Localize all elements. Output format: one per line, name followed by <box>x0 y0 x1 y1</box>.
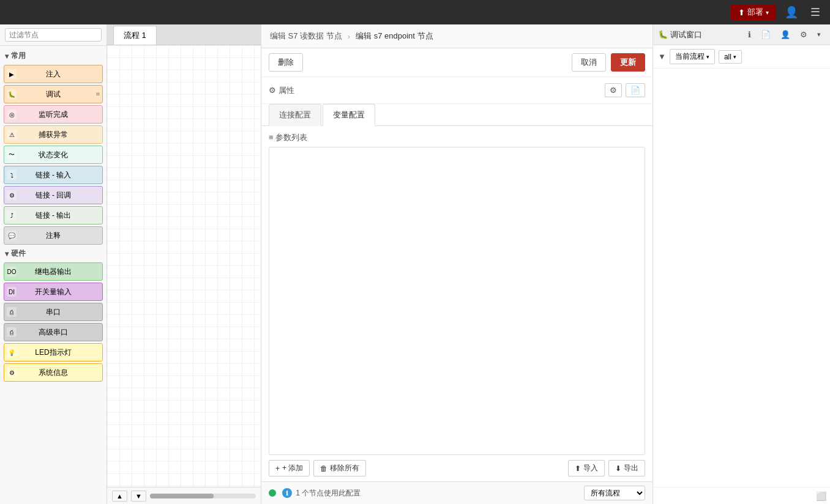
debug-toolbar-icons: ℹ 📄 👤 ⚙ ▾ <box>744 28 825 42</box>
debug-all-filter-button[interactable]: all ▾ <box>719 50 742 64</box>
var-list-title: ≡ 参数列表 <box>269 132 307 143</box>
debug-flow-filter-label: 当前流程 <box>675 51 705 62</box>
props-label: ⚙ 属性 <box>269 85 294 96</box>
debug-content[interactable] <box>653 69 830 487</box>
flow-tab-1[interactable]: 流程 1 <box>113 26 157 45</box>
var-list-right-buttons: ⬆ 导入 ⬇ 导出 <box>568 460 645 476</box>
breadcrumb-current: 编辑 s7 endpoint 节点 <box>356 31 433 42</box>
breadcrumb-parent: 编辑 S7 读数据 节点 <box>270 31 342 42</box>
export-label: 导出 <box>624 463 638 473</box>
export-icon: ⬇ <box>615 464 621 473</box>
remove-all-button[interactable]: 🗑 移除所有 <box>313 460 366 476</box>
node-right-icon: ⌗ <box>96 91 100 98</box>
hamburger-icon: ☰ <box>810 6 820 18</box>
palette-node-LED指示灯[interactable]: 💡 LED指示灯 <box>4 343 103 361</box>
deploy-arrow-icon: ▾ <box>766 9 769 16</box>
chevron-icon: ▾ <box>5 52 9 61</box>
node-left-icon: ⚙ <box>7 190 17 200</box>
import-label: 导入 <box>583 463 598 473</box>
debug-title: 🐛 调试窗口 <box>658 29 740 40</box>
palette-node-链接 - 输出[interactable]: ⤴ 链接 - 输出 <box>4 206 103 224</box>
palette-nodes-常用: ▶ 注入 🐛 调试 ⌗ ◎ 监听完成 ⚠ 捕获异常 〜 状态变化 ⤵ <box>0 64 107 246</box>
palette-node-高级串口[interactable]: ⎙ 高级串口 <box>4 323 103 341</box>
node-label: 串口 <box>46 307 61 317</box>
debug-gear-button[interactable]: ⚙ <box>796 28 812 42</box>
tab-connection-config[interactable]: 连接配置 <box>269 104 321 126</box>
edit-panel: 编辑 S7 读数据 节点 › 编辑 s7 endpoint 节点 删除 取消 更… <box>261 24 652 504</box>
debug-flow-filter-arrow: ▾ <box>706 54 709 60</box>
node-label: 链接 - 回调 <box>36 190 72 201</box>
deploy-label: 部署 <box>747 7 763 18</box>
node-left-icon: 💬 <box>7 231 17 240</box>
node-label: 开关量输入 <box>35 287 72 297</box>
debug-doc-button[interactable]: 📄 <box>757 28 775 42</box>
palette-search-input[interactable] <box>5 28 102 42</box>
palette-scroll[interactable]: ▾ 常用 ▶ 注入 🐛 调试 ⌗ ◎ 监听完成 ⚠ 捕获异常 〜 状态变化 <box>0 46 107 504</box>
debug-flow-filter-button[interactable]: 当前流程 ▾ <box>670 49 715 64</box>
debug-all-filter-label: all <box>724 53 731 61</box>
palette-node-开关量输入[interactable]: DI 开关量输入 <box>4 283 103 301</box>
update-button[interactable]: 更新 <box>611 53 645 72</box>
palette-node-继电器输出[interactable]: DO 继电器输出 <box>4 262 103 281</box>
remove-all-label: 移除所有 <box>330 463 359 473</box>
palette-search-area <box>0 24 107 46</box>
export-button[interactable]: ⬇ 导出 <box>608 460 645 476</box>
bottom-bar: ▲ ▼ <box>107 487 261 504</box>
menu-button[interactable]: ☰ <box>807 3 824 21</box>
node-left-icon: ▶ <box>7 69 17 79</box>
node-label: 调试 <box>46 89 61 100</box>
var-list-header: ≡ 参数列表 <box>261 126 652 147</box>
palette-node-调试[interactable]: 🐛 调试 ⌗ <box>4 85 103 103</box>
debug-collapse-button[interactable]: ▾ <box>813 28 825 42</box>
var-list-scroll[interactable] <box>269 147 645 454</box>
debug-bottom: ⬜ <box>653 487 830 504</box>
palette-category-常用[interactable]: ▾ 常用 <box>0 48 107 64</box>
deploy-icon: ⬆ <box>738 8 745 17</box>
palette-node-状态变化[interactable]: 〜 状态变化 <box>4 146 103 164</box>
status-info: ℹ 1 个节点使用此配置 <box>282 488 361 498</box>
node-left-icon: ⎙ <box>7 307 17 317</box>
debug-panel: 🐛 调试窗口 ℹ 📄 👤 ⚙ ▾ ▼ 当前流程 ▾ all ▾ <box>652 24 830 504</box>
palette-node-串口[interactable]: ⎙ 串口 <box>4 303 103 321</box>
palette-node-注释[interactable]: 💬 注释 <box>4 226 103 245</box>
debug-person-button[interactable]: 👤 <box>776 28 794 42</box>
debug-info-button[interactable]: ℹ <box>744 28 755 42</box>
debug-resize-button[interactable]: ⬜ <box>816 491 826 501</box>
edit-status-bar: ℹ 1 个节点使用此配置 所有流程 当前流程 <box>261 481 652 504</box>
palette-node-链接 - 输入[interactable]: ⤵ 链接 - 输入 <box>4 166 103 184</box>
node-left-icon: 💡 <box>7 347 17 357</box>
import-button[interactable]: ⬆ 导入 <box>568 460 605 476</box>
palette-node-捕获异常[interactable]: ⚠ 捕获异常 <box>4 125 103 144</box>
user-button[interactable]: 👤 <box>781 3 802 21</box>
node-palette: ▾ 常用 ▶ 注入 🐛 调试 ⌗ ◎ 监听完成 ⚠ 捕获异常 〜 状态变化 <box>0 24 107 504</box>
palette-node-系统信息[interactable]: ⚙ 系统信息 <box>4 363 103 382</box>
delete-button[interactable]: 删除 <box>269 53 303 72</box>
palette-nodes-硬件: DO 继电器输出 DI 开关量输入 ⎙ 串口 ⎙ 高级串口 💡 LED指示灯 <box>0 261 107 383</box>
deploy-button[interactable]: ⬆ 部署 ▾ <box>731 4 776 20</box>
node-left-icon: ⤴ <box>7 210 17 220</box>
palette-node-注入[interactable]: ▶ 注入 <box>4 65 103 83</box>
flow-canvas[interactable]: S7读 <box>107 45 261 487</box>
tab-variable-config[interactable]: 变量配置 <box>323 104 375 126</box>
topbar: ⬆ 部署 ▾ 👤 ☰ <box>0 0 830 24</box>
node-label: 监听完成 <box>39 109 68 120</box>
palette-category-硬件[interactable]: ▾ 硬件 <box>0 246 107 261</box>
zoom-out-button[interactable]: ▲ <box>112 491 127 502</box>
cancel-button[interactable]: 取消 <box>572 53 606 72</box>
add-button[interactable]: + + 添加 <box>269 460 310 476</box>
properties-row: ⚙ 属性 ⚙ 📄 <box>261 77 652 104</box>
status-text: 1 个节点使用此配置 <box>296 489 361 497</box>
chevron-icon: ▾ <box>5 250 9 258</box>
user-icon: 👤 <box>785 6 798 18</box>
palette-node-监听完成[interactable]: ◎ 监听完成 <box>4 105 103 124</box>
palette-node-链接 - 回调[interactable]: ⚙ 链接 - 回调 <box>4 186 103 204</box>
node-left-icon: ⚙ <box>7 368 17 377</box>
props-doc-button[interactable]: 📄 <box>626 83 645 97</box>
props-gear-button[interactable]: ⚙ <box>605 83 622 97</box>
scroll-track <box>150 494 256 498</box>
node-label: 捕获异常 <box>39 130 68 140</box>
filter-icon: ▼ <box>658 52 666 61</box>
node-left-icon: ◎ <box>7 109 17 119</box>
flow-scope-select[interactable]: 所有流程 当前流程 <box>584 486 645 500</box>
zoom-in-button[interactable]: ▼ <box>131 491 146 502</box>
